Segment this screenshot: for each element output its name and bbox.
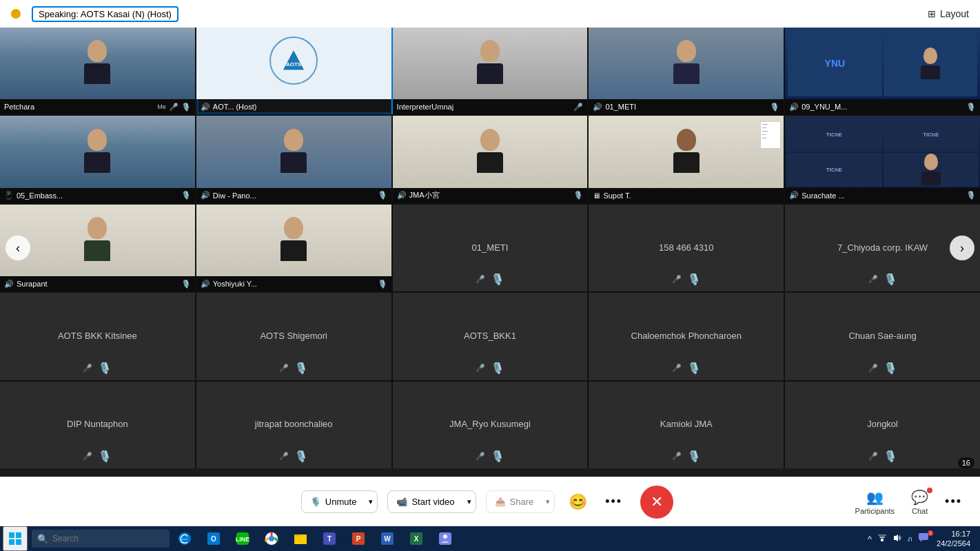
video-01meti-bg — [589, 28, 784, 99]
video-row-2: 🔊 Surapant 🎙️ 🔊 Yoshiyuki Y... 🎙️ 01_MET… — [0, 205, 980, 293]
layout-button[interactable]: ⊞ Layout — [928, 8, 969, 19]
volume-icon — [892, 533, 902, 543]
share-icon: 📤 — [495, 497, 506, 507]
taskbar-app-word[interactable]: W — [374, 526, 401, 551]
video-surachate-bg: TIChE TIChE TIChE — [785, 116, 980, 187]
more-button[interactable]: ••• — [598, 490, 629, 513]
more-right-button[interactable]: ••• — [938, 490, 969, 513]
cell-display-kamioki: Kamioki JMA — [660, 419, 713, 429]
mic-icon-petchara: 🎤 — [169, 103, 178, 112]
share-main-button[interactable]: 📤 Share — [487, 491, 542, 512]
ynu-person-area — [884, 30, 977, 96]
head — [677, 129, 696, 151]
video-jma-bg — [393, 116, 588, 187]
taskbar-app-line[interactable]: LINE — [229, 526, 256, 551]
person-embassy — [84, 129, 110, 173]
cell-name-jma: JMA小宮 — [409, 190, 571, 200]
speaker-icon-jma: 🔊 — [397, 191, 407, 200]
mic-icon-chaloemchok: 🎤 — [672, 364, 682, 373]
taskbar-app-edge[interactable] — [171, 526, 198, 551]
svg-text:P: P — [356, 535, 361, 543]
taskbar-app-teams2[interactable] — [431, 526, 459, 551]
taskbar-start-button[interactable] — [3, 526, 28, 551]
share-arrow-button[interactable]: ▾ — [542, 492, 554, 512]
taskbar-app-chrome[interactable] — [258, 526, 285, 551]
body — [84, 152, 110, 173]
participants-button[interactable]: 👥 Participants — [848, 485, 901, 519]
cell-name-embassy: 05_Embass... — [17, 191, 178, 200]
emoji-button[interactable]: 😊 — [564, 489, 591, 515]
mic-icon-jitrapat: 🎤 — [279, 452, 289, 461]
search-input[interactable] — [52, 534, 164, 543]
taskbar-app-explorer[interactable] — [287, 526, 314, 551]
nav-left-button[interactable]: ‹ — [6, 236, 30, 260]
network-icon — [877, 533, 887, 543]
mic-off-kamioki: 🎙️ — [687, 450, 701, 463]
mic-off-01meti-b: 🎙️ — [491, 273, 504, 286]
taskbar-clock[interactable]: 16:17 24/2/2564 — [932, 529, 974, 549]
tray-chat-icon[interactable]: 1 — [916, 532, 931, 545]
end-call-icon: ✕ — [651, 493, 663, 511]
powerpoint-icon: P — [351, 531, 366, 546]
tray-network-icon[interactable] — [875, 533, 889, 545]
mic-icon-aotsbkk1: 🎤 — [476, 364, 485, 373]
cell-yoshiyuki: 🔊 Yoshiyuki Y... 🎙️ — [196, 205, 393, 291]
unmute-main-button[interactable]: 🎙️ Unmute — [302, 491, 365, 512]
tray-arrow-icon[interactable]: ^ — [866, 534, 874, 544]
participants-label: Participants — [855, 507, 895, 515]
taskbar-app-powerpoint[interactable]: P — [345, 526, 372, 551]
taskbar-app-teams[interactable]: T — [316, 526, 343, 551]
mic-icon-jmaryo: 🎤 — [476, 452, 485, 461]
phone-icon-embassy: 📱 — [4, 191, 14, 200]
ynu-logo-area: YNU — [788, 30, 881, 96]
taskbar-search[interactable]: 🔍 — [32, 530, 170, 548]
taskbar-app-outlook[interactable]: O — [200, 526, 227, 551]
tray-volume-icon[interactable] — [890, 533, 904, 545]
start-video-arrow-button[interactable]: ▾ — [463, 492, 476, 512]
excel-icon: X — [409, 531, 424, 546]
cell-name-surapant: Surapant — [17, 280, 178, 288]
name-bar-surachate: 🔊 Surachate ... 🎙️ — [785, 188, 980, 203]
unmute-button-group[interactable]: 🎙️ Unmute ▾ — [301, 490, 378, 513]
name-bar-interpreter: InterpreterUmnaj 🎤 — [393, 99, 588, 114]
cell-158: 158 466 4310 🎤 🎙️ — [589, 205, 785, 291]
unmute-arrow-button[interactable]: ▾ — [365, 492, 377, 512]
share-button-group[interactable]: 📤 Share ▾ — [486, 490, 555, 513]
cell-name-aots: AOT... (Host) — [213, 103, 387, 111]
svg-text:W: W — [384, 535, 391, 543]
cell-surachate: TIChE TIChE TIChE 🔊 Surachate ... 🎙️ — [785, 116, 980, 202]
name-bar-diw: 🔊 Diw - Pano... 🎙️ — [196, 188, 391, 203]
nav-right-button[interactable]: › — [950, 236, 974, 260]
person-petchara — [84, 40, 110, 84]
body — [673, 152, 700, 173]
unmute-icon: 🎙️ — [310, 497, 321, 507]
search-icon: 🔍 — [37, 534, 48, 544]
video-area: ‹ › Petchara Me 🎤 🎙️ — [0, 28, 980, 468]
participants-icon: 👥 — [866, 489, 884, 506]
taskbar-app-excel[interactable]: X — [402, 526, 430, 551]
svg-rect-27 — [878, 534, 886, 536]
chat-tray-badge: 1 — [928, 530, 933, 536]
video-petchara-bg — [0, 28, 195, 99]
cell-icons-jongkol: 🎤 🎙️ — [868, 450, 897, 463]
chat-icon: 💬 — [911, 489, 928, 506]
mic-off-icon-09ynu: 🎙️ — [966, 103, 976, 112]
mic-off-chaloemchok: 🎙️ — [687, 362, 701, 375]
toolbar: 🎙️ Unmute ▾ 📹 Start video ▾ 📤 Share ▾ 😊 … — [0, 477, 980, 526]
svg-rect-2 — [9, 532, 14, 538]
start-video-button-group[interactable]: 📹 Start video ▾ — [387, 490, 476, 513]
mic-off-jmaryo: 🎙️ — [491, 450, 504, 463]
clock-date: 24/2/2564 — [937, 539, 970, 548]
cell-icons-chiyoda: 🎤 🎙️ — [868, 273, 897, 286]
end-call-button[interactable]: ✕ — [640, 486, 673, 519]
cell-jitrapat: jitrapat boonchalieo 🎤 🎙️ — [196, 382, 393, 468]
chat-button[interactable]: 💬 Chat — [904, 485, 935, 519]
start-video-main-button[interactable]: 📹 Start video — [388, 491, 462, 512]
cell-aotsshige: AOTS Shigemori 🎤 🎙️ — [196, 293, 393, 380]
cell-name-09ynu: 09_YNU_M... — [802, 103, 963, 111]
tiche3: TIChE — [786, 153, 881, 187]
svg-marker-28 — [894, 534, 898, 541]
cell-aotsbkk: AOTS BKK Kitsinee 🎤 🎙️ — [0, 293, 196, 380]
tray-lang-icon[interactable]: ภ — [906, 534, 915, 544]
screen-icon-supot: 🖥 — [593, 191, 600, 200]
